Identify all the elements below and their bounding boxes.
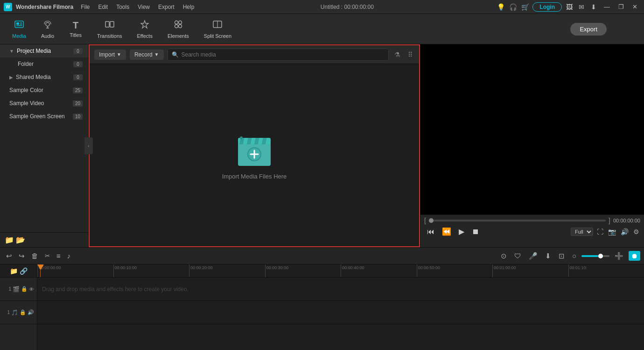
- sample-color-count: 25: [73, 87, 83, 93]
- close-button[interactable]: ✕: [630, 2, 640, 11]
- search-input[interactable]: [182, 51, 385, 58]
- toolbar-elements[interactable]: Elements: [161, 16, 196, 42]
- timeline-ruler: 00:00:00:00 00:00:10:00 00:00:20:00 00:0…: [37, 264, 644, 278]
- toolbar-transitions-label: Transitions: [97, 33, 122, 39]
- redo-button[interactable]: ↪: [16, 250, 27, 262]
- loop-icon[interactable]: ○: [570, 250, 579, 261]
- sidebar-label-sample-color: Sample Color: [9, 87, 43, 93]
- ruler-tick-5: 00:00:50:00: [417, 264, 493, 277]
- sidebar-collapse-button[interactable]: ‹: [84, 137, 93, 154]
- search-bar[interactable]: 🔍: [168, 49, 389, 61]
- audio-track-music-icon[interactable]: 🎵: [11, 309, 18, 316]
- shield-icon[interactable]: 🛡: [512, 250, 524, 261]
- menu-export[interactable]: Export: [154, 3, 178, 11]
- toolbar-transitions[interactable]: Transitions: [91, 16, 128, 42]
- headphones-icon[interactable]: 🎧: [508, 2, 518, 12]
- download-icon[interactable]: ⬇: [589, 2, 598, 12]
- menu-view[interactable]: View: [134, 3, 154, 11]
- toolbar-splitscreen[interactable]: Split Screen: [197, 16, 238, 42]
- playhead-triangle[interactable]: [37, 264, 44, 270]
- cart-icon[interactable]: 🛒: [520, 2, 530, 12]
- mic-icon[interactable]: 🎤: [526, 250, 540, 262]
- filter-icon[interactable]: ⚗: [392, 50, 402, 59]
- import-track-icon[interactable]: ⬇: [543, 250, 553, 262]
- login-button[interactable]: Login: [532, 2, 562, 12]
- timeline-right-controls: ⊙ 🛡 🎤 ⬇ ⊡ ○ ➕ ⏺: [498, 250, 640, 262]
- sidebar-item-folder[interactable]: Folder 0: [0, 57, 88, 71]
- audio-track-lock-icon[interactable]: 🔒: [20, 309, 26, 315]
- audio-clip-button[interactable]: ♪: [65, 250, 73, 261]
- svg-point-12: [178, 21, 182, 24]
- adjust-button[interactable]: ≡: [54, 250, 63, 261]
- menu-help[interactable]: Help: [179, 3, 198, 11]
- record-button[interactable]: Record ▼: [130, 50, 164, 60]
- volume-icon[interactable]: 🔊: [620, 227, 630, 236]
- screenshot-icon[interactable]: 🖼: [565, 2, 574, 12]
- video-track-lock-icon[interactable]: 🔒: [21, 286, 28, 292]
- svg-marker-10: [141, 21, 148, 28]
- record-dropdown-icon[interactable]: ▼: [154, 52, 159, 57]
- snap-icon[interactable]: ⊙: [498, 250, 509, 262]
- rewind-button[interactable]: ⏪: [439, 226, 454, 237]
- timeline-area: ↩ ↪ 🗑 ✂ ≡ ♪ ⊙ 🛡 🎤 ⬇ ⊡ ○ ➕ ⏺ 📁 �: [0, 247, 644, 350]
- notification-icon[interactable]: 💡: [496, 2, 505, 12]
- record-timeline-button[interactable]: ⏺: [629, 251, 640, 261]
- link-track-icon[interactable]: 🔗: [20, 267, 28, 275]
- sidebar-item-sample-video[interactable]: Sample Video 20: [0, 97, 88, 110]
- sidebar-item-shared-media[interactable]: ▶ Shared Media 0: [0, 71, 88, 84]
- maximize-button[interactable]: ❐: [616, 2, 627, 11]
- quality-select[interactable]: Full 1/2 1/4: [571, 228, 593, 236]
- export-button[interactable]: Export: [570, 23, 607, 36]
- seek-bar[interactable]: [429, 220, 606, 221]
- toolbar-titles[interactable]: T Titles: [63, 17, 89, 41]
- split-button[interactable]: ✂: [42, 251, 52, 261]
- preview-panel: [ ] 00:00:00:00 ⏮ ⏪ ▶ ⏹ Full 1/2: [420, 44, 644, 247]
- volume-knob[interactable]: [598, 254, 603, 258]
- import-illustration[interactable]: Import Media Files Here: [222, 131, 287, 180]
- open-folder-icon[interactable]: 📂: [16, 236, 25, 244]
- screenshot-preview-icon[interactable]: 📷: [607, 227, 617, 236]
- stop-button[interactable]: ⏹: [469, 227, 482, 237]
- settings-icon[interactable]: ⚙: [632, 227, 640, 236]
- video-track-film-icon[interactable]: 🎬: [13, 286, 20, 293]
- video-track-content: Drag and drop media and effects here to …: [37, 278, 644, 301]
- import-button[interactable]: Import ▼: [94, 50, 126, 60]
- menu-tools[interactable]: Tools: [112, 3, 133, 11]
- toolbar-effects[interactable]: Effects: [131, 16, 159, 42]
- ruler-tick-7: 00:01:10:: [568, 264, 644, 277]
- sidebar-label-folder: Folder: [18, 61, 34, 67]
- media-replace-icon[interactable]: ⊡: [556, 250, 567, 262]
- toolbar-effects-label: Effects: [137, 33, 153, 39]
- titlebar-menu: File Edit Tools View Export Help: [77, 3, 198, 11]
- play-button[interactable]: ▶: [456, 226, 467, 237]
- menu-file[interactable]: File: [77, 3, 93, 11]
- svg-point-5: [46, 22, 49, 26]
- toolbar-media[interactable]: Media: [6, 16, 33, 42]
- undo-button[interactable]: ↩: [4, 250, 14, 262]
- prev-frame-button[interactable]: ⏮: [424, 227, 437, 237]
- fullscreen-icon[interactable]: ⛶: [596, 227, 604, 236]
- minimize-button[interactable]: —: [601, 2, 613, 11]
- volume-slider[interactable]: [581, 255, 609, 257]
- toolbar-audio[interactable]: Audio: [35, 16, 61, 42]
- new-folder-icon[interactable]: 📁: [5, 236, 14, 244]
- sidebar-item-project-media[interactable]: ▼ Project Media 0: [0, 44, 88, 57]
- audio-track-speaker-icon[interactable]: 🔊: [28, 309, 34, 315]
- record-label: Record: [134, 51, 153, 58]
- clapboard-icon: [233, 131, 275, 168]
- sample-video-count: 20: [73, 100, 83, 107]
- seek-handle[interactable]: [429, 218, 434, 223]
- sidebar-item-sample-green[interactable]: Sample Green Screen 10: [0, 110, 88, 123]
- import-dropdown-icon[interactable]: ▼: [117, 52, 121, 57]
- message-icon[interactable]: ✉: [577, 2, 586, 12]
- grid-view-icon[interactable]: ⠿: [406, 50, 414, 59]
- audio-track-header: 1 🎵 🔒 🔊: [0, 301, 37, 324]
- video-track-eye-icon[interactable]: 👁: [29, 286, 34, 292]
- add-button[interactable]: ➕: [612, 250, 626, 262]
- menu-edit[interactable]: Edit: [94, 3, 112, 11]
- import-label: Import: [99, 51, 115, 58]
- add-track-icon[interactable]: 📁: [10, 267, 18, 275]
- titlebar: W Wondershare Filmora File Edit Tools Vi…: [0, 0, 644, 14]
- delete-button[interactable]: 🗑: [29, 250, 41, 261]
- sidebar-item-sample-color[interactable]: Sample Color 25: [0, 84, 88, 97]
